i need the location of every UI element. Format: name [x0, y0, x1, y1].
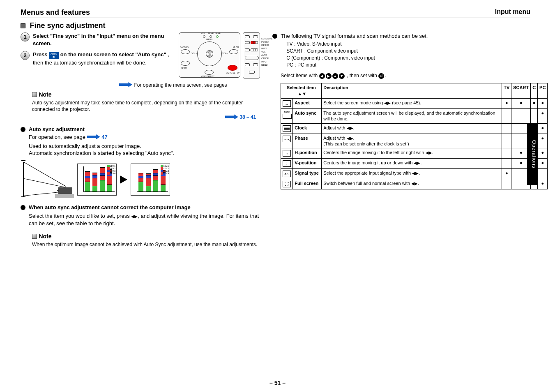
full-icon	[283, 181, 291, 187]
row-desc: Centers the image moving it up or down w…	[322, 159, 502, 169]
transition-arrow-icon	[120, 175, 127, 184]
led-temp-icon	[210, 35, 212, 38]
remote-btn	[253, 63, 258, 66]
row-pc: ●	[538, 123, 548, 134]
projector-diagram	[21, 161, 74, 198]
page-ref: 38 – 41	[240, 114, 256, 120]
row-tv: ●	[502, 99, 511, 109]
bullet-icon	[272, 34, 277, 39]
arrow-caption: For operating the menu screen, see pages	[134, 82, 227, 88]
left-right-keys-icon	[384, 100, 391, 105]
right-intro: The following TV signal formats and scan…	[281, 32, 548, 40]
up-key-icon: ▲	[332, 73, 338, 79]
ab-icon	[283, 171, 291, 177]
down-key-icon: ▼	[339, 73, 345, 79]
autosync-heading: Auto sync adjustment For operation, see …	[29, 126, 174, 157]
row-pc: ●	[538, 148, 548, 159]
th-tv: TV	[502, 83, 511, 99]
led-lamp-icon	[216, 35, 219, 38]
row-pc: ●	[538, 109, 548, 124]
remote-btn	[245, 35, 250, 38]
led-on-icon	[203, 35, 205, 38]
row-item: Phase	[295, 136, 308, 141]
list-item: PC : PC input	[286, 62, 548, 68]
input-button	[181, 61, 190, 66]
enter-keystone-button: ENTER/KEYSTONE	[206, 50, 213, 58]
step-number-2: 2	[21, 51, 30, 60]
right-arrow-icon	[119, 82, 132, 87]
svideo-button	[181, 49, 190, 54]
list-item: C (Component) : Component video input	[286, 55, 548, 61]
row-tv	[502, 148, 511, 159]
header-title: Input menu	[495, 8, 530, 16]
table-row: AspectSelect the screen mode using (see …	[281, 99, 548, 109]
left-right-keys-icon	[426, 150, 432, 155]
bullet-icon	[21, 205, 25, 210]
right-arrow-icon	[225, 114, 238, 119]
left-column: 1 Select "Fine sync" in the "Input" menu…	[21, 32, 260, 248]
row-desc: Adjust with .	[322, 123, 502, 134]
th-pc: PC	[538, 83, 548, 99]
auto-setup-button	[228, 65, 237, 71]
row-desc: Switch between full and normal screen wi…	[322, 179, 502, 189]
step-number-1: 1	[21, 32, 30, 42]
row-item: Auto sync	[295, 111, 316, 115]
remote-btn	[245, 48, 250, 51]
left-right-keys-icon	[347, 125, 353, 130]
left-right-keys-icon	[412, 171, 419, 175]
table-row: Auto syncThe auto sync adjustment screen…	[281, 109, 548, 124]
row-pc: ●	[538, 179, 548, 189]
section-title: Fine sync adjustment	[30, 21, 105, 30]
list-item: SCART : Component video input	[286, 48, 548, 54]
row-item: Full screen	[295, 181, 318, 186]
th-c: C	[531, 83, 538, 99]
note-icon	[32, 92, 37, 97]
row-c	[531, 109, 538, 124]
table-row: Full screenSwitch between full and norma…	[281, 179, 548, 189]
row-tv	[502, 179, 511, 189]
step2-text: Press AUTO▣ on the menu screen to select…	[33, 51, 171, 67]
auto-sync-icon: AUTO▣	[49, 52, 59, 59]
left-right-keys-icon	[411, 181, 418, 186]
step1-text: Select "Fine sync" in the "Input" menu o…	[33, 32, 171, 47]
row-item: H-position	[295, 150, 317, 155]
remote-btn	[245, 41, 250, 44]
row-desc: Select the appropriate input signal type…	[322, 169, 502, 179]
row-item: Clock	[295, 125, 307, 130]
row-item: Signal type	[295, 171, 319, 175]
manual-heading: When auto sync adjustment cannot correct…	[29, 204, 260, 227]
row-tv	[502, 134, 511, 148]
hstripe-icon	[283, 125, 291, 132]
th-scart: SCART	[511, 83, 531, 99]
mute-button	[229, 49, 238, 54]
remote-control: KEYSTONEPOWERPiP FRZMUTEVOLAUTOCANCELINP…	[243, 32, 260, 78]
table-row: V-positionCenters the image moving it up…	[281, 159, 548, 169]
signal-type-list: TV : Video, S-Video input SCART : Compon…	[286, 41, 548, 69]
harrow-icon	[283, 150, 291, 157]
row-pc: ●	[538, 159, 548, 169]
up-key-icon: ▲	[297, 91, 302, 96]
keys-instruction: Select items with ◀▶▲▼ , then set with ⏎…	[281, 72, 548, 79]
left-right-keys-icon	[131, 213, 138, 219]
side-tab: Operations	[527, 123, 538, 185]
remote-btn	[249, 71, 255, 74]
row-pc: ●	[538, 134, 548, 148]
remote-btn	[253, 35, 258, 38]
row-scart: ●	[511, 99, 531, 109]
row-c: ●	[531, 99, 538, 109]
row-desc: Centers the image moving it to the left …	[322, 148, 502, 159]
left-key-icon: ◀	[319, 73, 325, 79]
table-row: ClockAdjust with .●	[281, 123, 548, 134]
varrow-icon	[283, 160, 291, 167]
diagram-row: LEV.1LEV.2LEV.3LEV.4 LEV.1LEV.2LEV.3LEV.…	[21, 161, 260, 198]
right-column: The following TV signal formats and scan…	[272, 32, 548, 248]
left-right-keys-icon	[414, 160, 420, 165]
note2-title: Note	[39, 233, 51, 240]
th-selected: Selected item ▲▼	[281, 83, 322, 99]
auto-icon	[283, 111, 291, 117]
section-heading: Fine sync adjustment	[21, 21, 530, 30]
row-tv	[502, 159, 511, 169]
aspect-icon	[283, 100, 291, 107]
projector-control-panel: ON TEMP LAMP S-VIDEO MUTE INPUT AUTO SET…	[179, 32, 240, 78]
wave-icon	[283, 136, 291, 142]
